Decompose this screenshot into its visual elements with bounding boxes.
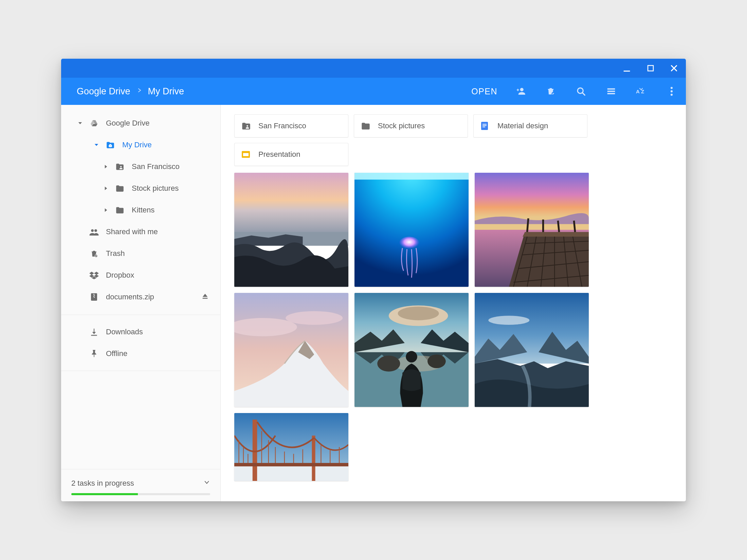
google-docs-icon	[480, 121, 490, 131]
sidebar-item-label: Offline	[106, 349, 127, 358]
folder-icon	[115, 206, 125, 214]
sidebar-item-google-drive[interactable]: Google Drive	[61, 112, 220, 134]
window-close-icon[interactable]	[670, 64, 678, 73]
sidebar-item-dropbox[interactable]: Dropbox	[61, 264, 220, 286]
progress-bar	[71, 493, 210, 495]
sidebar-item-trash[interactable]: Trash	[61, 243, 220, 264]
svg-point-14	[120, 166, 122, 167]
svg-point-60	[398, 306, 439, 320]
chip-label: Material design	[497, 122, 548, 130]
chip-san-francisco[interactable]: San Francisco	[234, 114, 348, 137]
chevron-right-icon[interactable]	[102, 186, 110, 191]
image-tile[interactable]	[234, 173, 348, 287]
chevron-right-icon[interactable]	[102, 207, 110, 213]
sidebar-item-label: Kittens	[132, 206, 154, 214]
sidebar-item-label: documents.zip	[106, 293, 154, 301]
svg-rect-29	[482, 124, 487, 125]
chip-label: Stock pictures	[378, 122, 425, 130]
sidebar-item-label: My Drive	[122, 141, 152, 149]
svg-point-63	[377, 356, 400, 372]
svg-point-4	[578, 88, 583, 93]
svg-rect-24	[203, 298, 208, 299]
svg-rect-71	[312, 435, 315, 481]
chevron-down-icon[interactable]	[92, 142, 101, 148]
svg-rect-1	[648, 66, 653, 71]
pin-icon	[89, 349, 99, 358]
sidebar-item-label: San Francisco	[132, 162, 180, 171]
svg-point-11	[671, 87, 673, 89]
header-toolbar: AZ	[515, 86, 677, 97]
sidebar-item-label: Dropbox	[106, 271, 134, 280]
svg-line-53	[558, 221, 559, 232]
svg-rect-23	[94, 297, 95, 298]
more-menu-icon[interactable]	[666, 86, 677, 97]
svg-rect-36	[354, 173, 469, 287]
google-slides-icon	[241, 150, 251, 158]
sidebar: Google Drive My Drive San Francisco	[61, 105, 221, 501]
folder-shared-icon	[241, 122, 251, 130]
breadcrumb-root[interactable]: Google Drive	[77, 86, 130, 97]
sidebar-tree: Google Drive My Drive San Francisco	[61, 105, 220, 315]
image-tile[interactable]	[234, 413, 348, 481]
window-maximize-icon[interactable]	[646, 64, 655, 72]
download-icon	[89, 328, 99, 336]
image-tile[interactable]	[475, 173, 589, 287]
sidebar-item-kittens[interactable]: Kittens	[61, 199, 220, 221]
sidebar-item-label: Trash	[106, 249, 125, 258]
sidebar-item-san-francisco[interactable]: San Francisco	[61, 156, 220, 178]
svg-point-64	[427, 354, 446, 368]
sidebar-item-downloads[interactable]: Downloads	[61, 321, 220, 343]
folder-drive-icon	[105, 141, 115, 149]
svg-rect-6	[607, 88, 615, 90]
sidebar-item-shared-with-me[interactable]: Shared with me	[61, 221, 220, 243]
window-titlebar	[61, 59, 686, 78]
sort-az-icon[interactable]: AZ	[636, 86, 647, 97]
svg-rect-25	[91, 335, 97, 336]
svg-rect-21	[94, 295, 95, 296]
status-label: 2 tasks in progress	[71, 479, 134, 488]
window-minimize-icon[interactable]	[622, 63, 632, 73]
view-list-icon[interactable]	[606, 86, 617, 97]
sidebar-item-stock-pictures[interactable]: Stock pictures	[61, 178, 220, 199]
sidebar-item-documents-zip[interactable]: documents.zip	[61, 286, 220, 308]
chevron-right-icon[interactable]	[102, 164, 110, 169]
svg-rect-37	[354, 173, 469, 180]
chip-stock-pictures[interactable]: Stock pictures	[354, 114, 468, 137]
svg-point-67	[488, 316, 529, 325]
progress-fill	[71, 493, 138, 495]
svg-line-54	[574, 221, 575, 232]
svg-rect-69	[234, 464, 348, 481]
svg-point-13	[671, 94, 673, 96]
folder-icon	[361, 122, 370, 130]
chevron-down-icon[interactable]	[76, 120, 84, 126]
sidebar-item-label: Shared with me	[106, 227, 158, 236]
svg-rect-26	[94, 355, 94, 357]
content-pane: San Francisco Stock pictures Material de…	[221, 105, 686, 501]
search-icon[interactable]	[576, 86, 586, 97]
delete-icon[interactable]	[545, 86, 556, 97]
sidebar-item-offline[interactable]: Offline	[61, 343, 220, 365]
image-tile[interactable]	[354, 293, 469, 407]
chip-material-design[interactable]: Material design	[473, 114, 587, 137]
eject-icon[interactable]	[201, 292, 209, 302]
folder-chips: San Francisco Stock pictures Material de…	[234, 114, 675, 166]
folder-icon	[115, 185, 125, 192]
breadcrumb-current[interactable]: My Drive	[148, 86, 184, 97]
image-tile[interactable]	[234, 293, 348, 407]
sidebar-item-label: Google Drive	[106, 119, 149, 128]
open-button[interactable]: OPEN	[471, 87, 497, 96]
zip-file-icon	[89, 293, 99, 301]
svg-rect-30	[482, 125, 487, 126]
image-tile[interactable]	[354, 173, 469, 287]
sidebar-item-label: Downloads	[106, 328, 143, 336]
svg-point-27	[247, 125, 248, 127]
svg-rect-84	[234, 463, 348, 466]
chevron-down-icon[interactable]	[203, 479, 210, 488]
add-person-icon[interactable]	[515, 86, 526, 97]
sidebar-item-my-drive[interactable]: My Drive	[61, 134, 220, 156]
image-tile[interactable]	[475, 293, 589, 407]
shared-icon	[89, 228, 99, 236]
status-panel[interactable]: 2 tasks in progress	[61, 469, 220, 501]
chip-presentation[interactable]: Presentation	[234, 143, 348, 166]
app-header: Google Drive My Drive OPEN AZ	[61, 78, 686, 105]
